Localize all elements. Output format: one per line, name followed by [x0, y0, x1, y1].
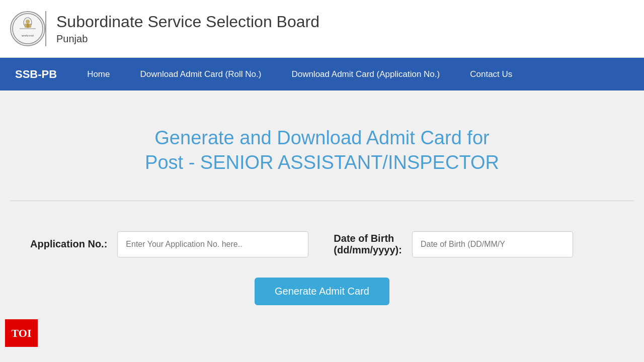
logo: सत्यमेव जयते	[10, 11, 45, 46]
site-header: सत्यमेव जयते Subordinate Service Selecti…	[0, 0, 644, 58]
page-heading: Generate and Download Admit Card for Pos…	[20, 126, 624, 175]
generate-admit-card-button[interactable]: Generate Admit Card	[255, 278, 389, 305]
button-row: Generate Admit Card	[10, 273, 634, 325]
svg-text:सत्यमेव जयते: सत्यमेव जयते	[21, 34, 33, 37]
header-text-block: Subordinate Service Selection Board Punj…	[56, 13, 319, 45]
navbar-brand: SSB-PB	[5, 68, 67, 81]
nav-contact[interactable]: Contact Us	[455, 58, 527, 90]
toi-badge: TOI	[5, 319, 38, 347]
dob-label: Date of Birth(dd/mm/yyyy):	[334, 233, 402, 256]
svg-point-2	[26, 20, 30, 24]
application-no-input[interactable]	[117, 231, 308, 257]
heading-line1: Generate and Download Admit Card for	[154, 127, 489, 148]
page-heading-container: Generate and Download Admit Card for Pos…	[10, 106, 634, 201]
section-divider	[10, 201, 634, 201]
org-state: Punjab	[56, 33, 319, 45]
heading-line2: Post - SENIOR ASSISTANT/INSPECTOR	[145, 152, 499, 173]
nav-home[interactable]: Home	[72, 58, 125, 90]
navbar-links: Home Download Admit Card (Roll No.) Down…	[72, 58, 527, 90]
main-navbar: SSB-PB Home Download Admit Card (Roll No…	[0, 58, 644, 90]
nav-download-app[interactable]: Download Admit Card (Application No.)	[276, 58, 455, 90]
svg-rect-7	[27, 24, 29, 28]
header-divider	[45, 11, 46, 46]
main-content: Generate and Download Admit Card for Pos…	[0, 90, 644, 362]
form-section: Application No.: Date of Birth(dd/mm/yyy…	[10, 216, 634, 273]
org-name: Subordinate Service Selection Board	[56, 13, 319, 31]
app-no-label: Application No.:	[30, 238, 107, 250]
dob-input[interactable]	[412, 231, 573, 257]
svg-rect-6	[29, 24, 31, 28]
svg-rect-5	[25, 24, 27, 28]
nav-download-roll[interactable]: Download Admit Card (Roll No.)	[125, 58, 276, 90]
